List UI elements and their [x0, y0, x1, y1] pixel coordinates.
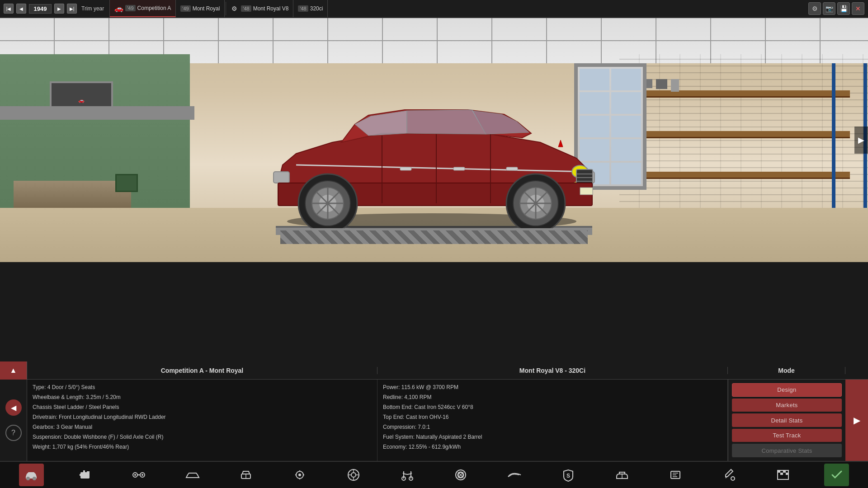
- screenshot-btn[interactable]: 📷: [823, 2, 835, 15]
- save-btn[interactable]: 💾: [837, 2, 850, 15]
- svg-point-74: [731, 477, 735, 480]
- comfort-icon: [615, 468, 629, 482]
- toolbar-suspension-btn[interactable]: [395, 464, 420, 486]
- year-nav-section: |◀ ◀ 1949 ▶ ▶| Trim year: [0, 0, 110, 17]
- shelf-3: [628, 172, 850, 179]
- toolbar-accept-btn[interactable]: [824, 464, 849, 486]
- panel-right-btn[interactable]: ▶: [845, 380, 868, 461]
- bottom-toolbar: S: [0, 461, 868, 488]
- svg-point-46: [142, 474, 143, 476]
- stats-col-1: Type: 4 Door / 5/0°) Seats Wheelbase & L…: [27, 380, 377, 461]
- svg-rect-83: [786, 473, 788, 475]
- stat-1-4: Drivetrain: Front Longitudinal Longitudi…: [33, 413, 372, 421]
- stat-1-3: Chassis Steel Ladder / Steel Panels: [33, 403, 372, 411]
- mode-detail-stats-btn[interactable]: Detail Stats: [732, 413, 842, 427]
- stat-1-6: Suspension: Double Wishbone (F) / Solid …: [33, 433, 372, 441]
- mode-panel: Design Markets Detail Stats Test Track C…: [728, 380, 845, 461]
- engine-icon-1: ⚙: [231, 5, 237, 12]
- year-display: 1949: [29, 4, 52, 14]
- drivetrain-icon: [132, 468, 146, 482]
- toolbar-interior-btn[interactable]: [234, 464, 259, 486]
- toolbar-race-btn[interactable]: [770, 464, 795, 486]
- mode-test-track-btn[interactable]: Test Track: [732, 429, 842, 442]
- svg-marker-18: [558, 140, 563, 147]
- close-btn[interactable]: ✕: [852, 2, 864, 15]
- tab1-name: Competition A: [137, 5, 171, 11]
- aero-icon: [507, 468, 522, 482]
- panel-header: ▲ Competition A - Mont Royal Mont Royal …: [0, 361, 868, 380]
- tab-mont-royal-v8[interactable]: ⚙ '48 Mont Royal V8: [227, 0, 293, 17]
- stats-col-2: Power: 115.6 kW @ 3700 RPM Redline: 4,10…: [377, 380, 728, 461]
- toolbar-wheel-btn[interactable]: [341, 464, 366, 486]
- svg-rect-82: [783, 473, 786, 475]
- panel-collapse-btn[interactable]: ▲: [0, 361, 27, 380]
- svg-rect-17: [506, 167, 518, 170]
- toolbar-body-btn[interactable]: [19, 464, 44, 486]
- mode-comparative-stats-btn: Comparative Stats: [732, 444, 842, 457]
- wheel-icon: [346, 468, 361, 482]
- nav-last-btn[interactable]: ▶|: [67, 4, 77, 14]
- lift-base: [280, 230, 588, 244]
- toolbar-brakes-btn[interactable]: [448, 464, 473, 486]
- toolbar-fixtures-btn[interactable]: [288, 464, 312, 486]
- tab-320ci[interactable]: '48 320ci: [293, 0, 328, 17]
- car-svg: [242, 84, 626, 228]
- nav-first-btn[interactable]: |◀: [4, 4, 14, 14]
- tab-mont-royal[interactable]: '49 Mont Royal: [176, 0, 225, 17]
- wall-stripe: [0, 106, 194, 120]
- toolbar-comfort-btn[interactable]: [609, 464, 634, 486]
- desk-top: [14, 181, 131, 208]
- nav-prev-btn[interactable]: ◀: [16, 4, 26, 14]
- race-icon: [776, 468, 790, 482]
- svg-rect-40: [87, 471, 90, 473]
- up-arrow-icon: ▲: [10, 366, 17, 375]
- tab-competition-a[interactable]: 🚗 '49 Competition A: [110, 0, 176, 17]
- svg-rect-81: [780, 473, 783, 475]
- body-shape-icon: [185, 468, 200, 482]
- fixtures-icon: [292, 468, 307, 482]
- settings-btn[interactable]: ⚙: [808, 2, 821, 15]
- col2-header: Mont Royal V8 - 320Ci: [377, 367, 728, 374]
- stat-2-4: Top End: Cast Iron OHV-16: [383, 413, 722, 421]
- toolbar-drivetrain-btn[interactable]: [126, 464, 151, 486]
- svg-point-45: [134, 474, 136, 476]
- toolbar-body-shape-btn[interactable]: [180, 464, 205, 486]
- interior-icon: [239, 468, 253, 482]
- stat-2-6: Fuel System: Naturally Aspirated 2 Barre…: [383, 433, 722, 441]
- safety-icon: S: [561, 468, 576, 482]
- toolbar-engine-btn[interactable]: [73, 464, 98, 486]
- nav-next-btn[interactable]: ▶: [54, 4, 64, 14]
- stat-2-7: Economy: 12.55% - 612.9g/kWh: [383, 443, 722, 451]
- svg-rect-41: [80, 474, 82, 476]
- tab3-name: Mont Royal V8: [253, 5, 289, 12]
- mode-markets-btn[interactable]: Markets: [732, 399, 842, 412]
- stat-2-1: Power: 115.6 kW @ 3700 RPM: [383, 383, 722, 391]
- suspension-icon: [400, 468, 415, 482]
- stat-2-5: Compression: 7.0:1: [383, 423, 722, 431]
- tech-icon: [668, 468, 683, 482]
- svg-point-36: [26, 477, 30, 480]
- toolbar-aero-btn[interactable]: [502, 464, 527, 486]
- col1-header: Competition A - Mont Royal: [27, 367, 377, 374]
- svg-rect-39: [83, 470, 85, 473]
- toolbar-tech-btn[interactable]: [663, 464, 688, 486]
- panel-left-btn[interactable]: ◀: [5, 399, 22, 416]
- svg-point-55: [298, 474, 301, 476]
- toolbar-safety-btn[interactable]: S: [556, 464, 580, 486]
- mode-design-btn[interactable]: Design: [732, 383, 842, 397]
- svg-rect-76: [778, 470, 780, 473]
- panel-help-btn[interactable]: ?: [5, 425, 22, 441]
- svg-text:S: S: [566, 473, 570, 479]
- panel-left-buttons: ◀ ?: [0, 380, 27, 461]
- scene-nav-right[interactable]: ▶: [854, 127, 868, 154]
- toolbar-paint-btn[interactable]: [717, 464, 742, 486]
- tab2-name: Mont Royal: [193, 5, 220, 12]
- svg-rect-78: [783, 470, 786, 473]
- mode-header-text: Mode: [778, 367, 795, 374]
- paint-icon: [722, 468, 736, 482]
- stat-1-5: Gearbox: 3 Gear Manual: [33, 423, 372, 431]
- svg-rect-16: [453, 167, 465, 170]
- car-icon-1: 🚗: [114, 4, 123, 13]
- panel-content: ◀ ? Type: 4 Door / 5/0°) Seats Wheelbase…: [0, 380, 868, 461]
- car-front-icon: [24, 468, 38, 482]
